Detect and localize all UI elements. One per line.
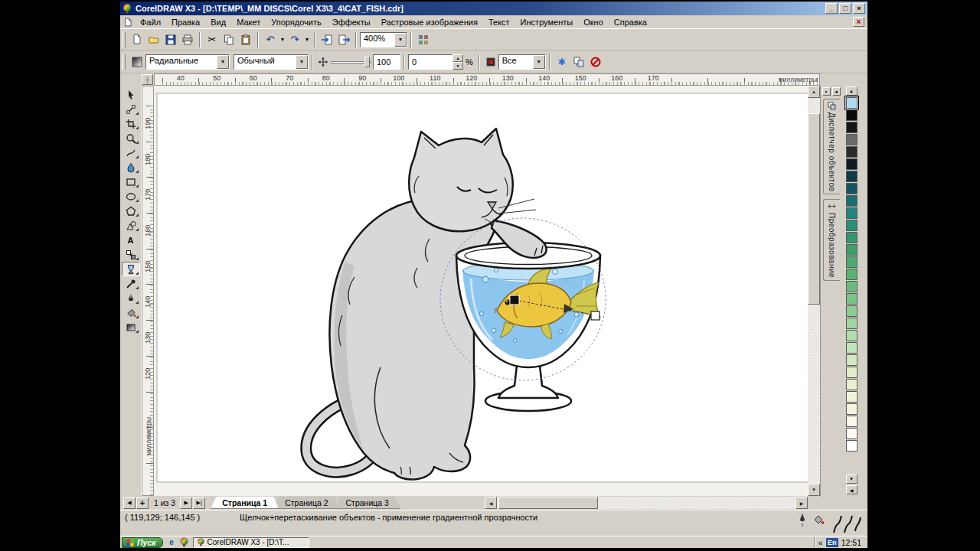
color-swatch[interactable] bbox=[846, 207, 858, 219]
zoom-tool[interactable] bbox=[122, 131, 140, 145]
toolbar-grip[interactable] bbox=[122, 54, 126, 70]
midpoint-value-field[interactable]: 100 bbox=[373, 54, 400, 70]
color-swatch[interactable] bbox=[846, 269, 858, 280]
last-page-button[interactable]: ▶| bbox=[193, 497, 205, 509]
color-swatch[interactable] bbox=[846, 134, 858, 145]
palette-scroll-down-button[interactable]: ▼ bbox=[846, 474, 858, 484]
horizontal-ruler[interactable]: 405060708090100110120130140150160170 мил… bbox=[154, 73, 820, 86]
color-swatch[interactable] bbox=[846, 293, 858, 305]
color-swatch[interactable] bbox=[846, 440, 858, 452]
palette-expand-button[interactable]: ◀ bbox=[846, 485, 858, 494]
scroll-right-button[interactable]: ▶ bbox=[795, 497, 808, 509]
color-swatch[interactable] bbox=[846, 158, 858, 170]
save-button[interactable] bbox=[162, 31, 179, 48]
browser-quick-launch-icon[interactable]: e bbox=[167, 537, 177, 547]
transparency-target-icon-button[interactable] bbox=[483, 54, 498, 70]
horizontal-scroll-thumb[interactable] bbox=[498, 497, 598, 509]
dropdown-arrow-icon[interactable]: ▾ bbox=[296, 55, 308, 69]
undo-button[interactable]: ↶ bbox=[262, 31, 279, 48]
menu-item[interactable]: Вид bbox=[205, 16, 231, 28]
color-swatch[interactable] bbox=[846, 146, 858, 158]
taskbar-task-button[interactable]: CorelDRAW X3 - [D:\T... bbox=[193, 537, 309, 548]
color-swatch[interactable] bbox=[846, 171, 858, 182]
vertical-ruler[interactable]: 190180170160150140130120 миллиметры bbox=[142, 86, 154, 496]
color-swatch[interactable] bbox=[846, 318, 858, 329]
gradient-end-handle[interactable] bbox=[591, 311, 599, 320]
transparency-target-combo[interactable]: Все ▾ bbox=[498, 54, 546, 70]
gradient-start-handle[interactable] bbox=[510, 295, 519, 305]
scroll-left-button[interactable]: ◀ bbox=[485, 497, 497, 509]
color-swatch[interactable] bbox=[846, 391, 858, 403]
page-tab[interactable]: Страница 1 bbox=[211, 497, 279, 509]
dropdown-arrow-icon[interactable]: ▾ bbox=[394, 33, 407, 47]
copy-transparency-button[interactable] bbox=[570, 54, 587, 70]
color-swatch[interactable] bbox=[846, 354, 858, 366]
rectangle-tool[interactable] bbox=[122, 174, 140, 189]
menu-item[interactable]: Справка bbox=[609, 16, 652, 28]
menu-item[interactable]: Текст bbox=[483, 16, 515, 28]
print-button[interactable] bbox=[179, 31, 196, 48]
no-transparency-button[interactable] bbox=[587, 54, 604, 70]
open-button[interactable] bbox=[145, 31, 162, 48]
color-swatch[interactable] bbox=[846, 244, 858, 256]
cut-button[interactable]: ✂ bbox=[204, 31, 220, 48]
close-button[interactable]: × bbox=[853, 3, 865, 14]
zoom-level-combo[interactable]: 400% ▾ bbox=[360, 32, 407, 47]
angle-spinner[interactable]: ▲ ▼ bbox=[452, 54, 463, 70]
paste-button[interactable] bbox=[237, 31, 254, 48]
tray-collapse-icon[interactable]: « bbox=[818, 538, 823, 547]
color-swatch[interactable] bbox=[846, 428, 858, 439]
vertical-scrollbar[interactable]: ▲ ▼ bbox=[808, 86, 820, 496]
copy-button[interactable] bbox=[220, 31, 237, 48]
page-tab[interactable]: Страница 2 bbox=[273, 497, 339, 509]
first-page-button[interactable]: ◀ bbox=[123, 497, 136, 509]
color-swatch[interactable] bbox=[846, 183, 858, 194]
color-swatch[interactable] bbox=[846, 232, 858, 243]
menu-item[interactable]: Окно bbox=[578, 16, 609, 28]
color-swatch[interactable] bbox=[846, 330, 858, 341]
redo-dropdown[interactable]: ▾ bbox=[303, 31, 311, 48]
color-swatch[interactable] bbox=[846, 256, 858, 268]
scroll-down-button[interactable]: ▼ bbox=[808, 484, 820, 496]
color-swatch[interactable] bbox=[846, 305, 858, 317]
spin-up-icon[interactable]: ▲ bbox=[452, 54, 463, 62]
eyedropper-tool[interactable] bbox=[122, 276, 140, 291]
color-swatch[interactable] bbox=[846, 416, 858, 427]
minimize-button[interactable]: _ bbox=[825, 3, 838, 14]
pick-tool[interactable] bbox=[122, 87, 140, 102]
next-page-button[interactable]: ▶ bbox=[180, 497, 192, 509]
scroll-up-button[interactable]: ▲ bbox=[808, 86, 820, 98]
drawing-canvas[interactable] bbox=[154, 86, 808, 496]
redo-button[interactable]: ↷ bbox=[286, 31, 303, 48]
language-indicator[interactable]: En bbox=[826, 538, 838, 547]
add-page-button[interactable]: + bbox=[136, 497, 149, 509]
menu-item[interactable]: Макет bbox=[231, 16, 266, 28]
artwork[interactable] bbox=[154, 86, 808, 496]
menu-item[interactable]: Инструменты bbox=[515, 16, 579, 28]
color-swatch[interactable] bbox=[846, 281, 858, 292]
dropdown-arrow-icon[interactable]: ▾ bbox=[217, 55, 229, 69]
ruler-origin-button[interactable]: ┼ bbox=[142, 74, 153, 85]
color-swatch[interactable] bbox=[846, 195, 858, 207]
horizontal-scrollbar[interactable]: ◀ ▶ bbox=[485, 497, 808, 509]
midpoint-slider[interactable] bbox=[330, 55, 373, 69]
color-swatch[interactable] bbox=[846, 367, 858, 378]
start-button[interactable]: Пуск bbox=[122, 537, 163, 548]
color-swatch[interactable] bbox=[846, 97, 858, 109]
docker-tab-object-manager[interactable]: Диспетчер объектов bbox=[823, 99, 840, 194]
docker-tab-transformation[interactable]: Преобразование bbox=[823, 199, 840, 281]
shape-tool[interactable] bbox=[122, 102, 140, 116]
dropdown-arrow-icon[interactable]: ▾ bbox=[533, 55, 545, 69]
toolbar-grip[interactable] bbox=[122, 32, 126, 47]
transparency-offset-button[interactable] bbox=[316, 54, 330, 70]
transparency-type-combo[interactable]: Радиальные ▾ bbox=[145, 54, 230, 70]
color-swatch[interactable] bbox=[846, 220, 858, 231]
menu-item[interactable]: Растровые изображения bbox=[376, 16, 483, 28]
menu-item[interactable]: Правка bbox=[166, 16, 205, 28]
close-document-button[interactable]: × bbox=[853, 17, 864, 27]
maximize-button[interactable]: □ bbox=[839, 3, 851, 14]
polygon-tool[interactable] bbox=[122, 204, 140, 218]
color-swatch[interactable] bbox=[846, 342, 858, 354]
menu-item[interactable]: Файл bbox=[135, 16, 166, 28]
freeze-transparency-button[interactable]: ✱ bbox=[554, 54, 570, 70]
